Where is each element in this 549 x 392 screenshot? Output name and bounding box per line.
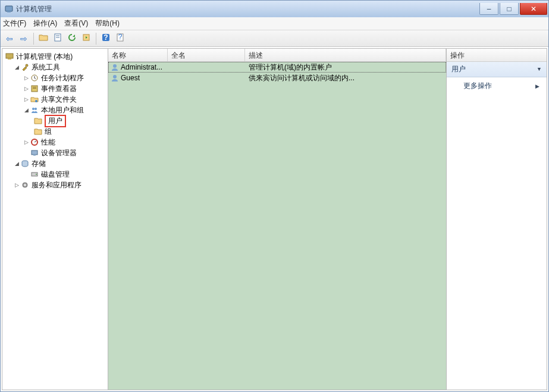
- menu-action[interactable]: 操作(A): [33, 18, 57, 29]
- tree-event-viewer[interactable]: ▷ 事件查看器: [2, 83, 108, 94]
- properties-icon: [54, 33, 62, 43]
- tools-icon: [20, 63, 30, 71]
- tree-panel[interactable]: 计算机管理 (本地) ◢ 系统工具 ▷ 任务计划程序 ▷ 事件查看器 ▷ 共享文…: [2, 49, 108, 390]
- svg-point-21: [34, 108, 37, 110]
- column-header-description[interactable]: 描述: [245, 49, 446, 61]
- folder-icon: [33, 127, 43, 136]
- svg-point-19: [35, 100, 37, 102]
- refresh-icon: [68, 33, 76, 43]
- svg-text:?: ?: [118, 33, 123, 41]
- menu-help[interactable]: 帮助(H): [95, 18, 120, 29]
- window-controls: – □ ✕: [478, 3, 547, 15]
- tree-label: 本地用户和组: [41, 105, 84, 115]
- svg-rect-0: [5, 6, 12, 11]
- expand-icon[interactable]: ▷: [23, 75, 30, 81]
- forward-button[interactable]: ⇨: [17, 32, 30, 45]
- maximize-button[interactable]: □: [500, 3, 519, 15]
- svg-rect-11: [8, 58, 11, 59]
- list-header: 名称 全名 描述: [108, 49, 446, 62]
- tree-system-tools[interactable]: ◢ 系统工具: [2, 62, 108, 73]
- toolbar-separator: [33, 33, 34, 45]
- performance-icon: [30, 138, 39, 146]
- services-icon: [20, 181, 30, 189]
- export-icon: [82, 33, 90, 43]
- back-button[interactable]: ⇦: [3, 32, 16, 45]
- svg-text:?: ?: [103, 33, 108, 42]
- tree-storage[interactable]: ◢ 存储: [2, 158, 108, 169]
- properties-button[interactable]: [51, 32, 64, 45]
- app-icon: [4, 4, 14, 14]
- actions-more[interactable]: 更多操作 ▶: [447, 77, 547, 95]
- computer-mgmt-icon: [5, 52, 14, 61]
- list-row[interactable]: Administrat... 管理计算机(域)的内置帐户: [108, 62, 446, 73]
- svg-point-20: [32, 108, 34, 110]
- tree-label: 事件查看器: [41, 84, 77, 94]
- tree-label: 计算机管理 (本地): [16, 52, 73, 62]
- cell-name: Guest: [121, 74, 140, 82]
- expand-icon[interactable]: ▷: [23, 86, 30, 92]
- actions-panel: 操作 用户 ▲ 更多操作 ▶: [447, 49, 547, 390]
- collapse-icon[interactable]: ◢: [23, 107, 30, 113]
- tree-label: 存储: [32, 159, 46, 169]
- tree-root[interactable]: 计算机管理 (本地): [2, 51, 108, 62]
- tree-local-users-groups[interactable]: ◢ 本地用户和组: [2, 105, 108, 115]
- column-header-fullname[interactable]: 全名: [168, 49, 245, 61]
- help-topics-icon: ?: [116, 33, 124, 43]
- collapse-icon[interactable]: ◢: [13, 161, 20, 167]
- actions-header: 操作: [447, 49, 547, 62]
- tree-performance[interactable]: ▷ 性能: [2, 137, 108, 148]
- toolbar-separator: [96, 33, 96, 45]
- tree-users[interactable]: 用户: [2, 115, 108, 126]
- expand-icon[interactable]: ▷: [23, 96, 30, 102]
- tree-label: 磁盘管理: [41, 170, 70, 180]
- column-header-name[interactable]: 名称: [108, 49, 168, 61]
- list-panel: 名称 全名 描述 Administrat... 管理计算机(域)的内置帐户 G: [108, 49, 447, 390]
- chevron-right-icon: ▶: [535, 83, 539, 89]
- close-button[interactable]: ✕: [520, 3, 547, 15]
- tree-groups[interactable]: 组: [2, 126, 108, 137]
- help-button[interactable]: ?: [99, 32, 112, 45]
- minimize-button[interactable]: –: [479, 3, 498, 15]
- window-title: 计算机管理: [16, 4, 478, 14]
- tree-device-manager[interactable]: 设备管理器: [2, 148, 108, 158]
- collapse-up-icon: ▲: [537, 67, 542, 73]
- event-icon: [30, 84, 39, 93]
- tree-label: 系统工具: [32, 62, 60, 73]
- user-icon: [111, 74, 119, 82]
- actions-more-label: 更多操作: [463, 81, 492, 91]
- menu-view[interactable]: 查看(V): [64, 18, 88, 29]
- svg-rect-18: [33, 88, 36, 89]
- list-rows[interactable]: Administrat... 管理计算机(域)的内置帐户 Guest 供来宾访问…: [108, 62, 446, 390]
- disk-icon: [30, 170, 39, 178]
- tree-services-apps[interactable]: ▷ 服务和应用程序: [2, 180, 108, 190]
- titlebar[interactable]: 计算机管理 – □ ✕: [1, 1, 548, 17]
- folder-icon: [39, 33, 48, 43]
- svg-point-32: [113, 75, 117, 79]
- collapse-icon[interactable]: ◢: [13, 64, 20, 70]
- help-icon: ?: [102, 33, 110, 43]
- tree-label: 用户: [45, 115, 66, 127]
- tree-label: 设备管理器: [41, 148, 77, 158]
- tree-disk-management[interactable]: 磁盘管理: [2, 169, 108, 180]
- actions-group-label: 用户: [451, 64, 466, 74]
- tree-label: 组: [45, 127, 52, 137]
- list-row[interactable]: Guest 供来宾访问计算机或访问域的内...: [108, 73, 446, 83]
- expand-icon[interactable]: ▷: [23, 139, 30, 145]
- tree-shared-folders[interactable]: ▷ 共享文件夹: [2, 94, 108, 105]
- expand-icon[interactable]: ▷: [13, 182, 20, 188]
- svg-rect-24: [32, 150, 37, 155]
- users-groups-icon: [30, 106, 39, 114]
- folder-icon: [33, 117, 43, 125]
- help-topics-button[interactable]: ?: [114, 32, 127, 45]
- svg-rect-17: [33, 87, 36, 87]
- tree-label: 共享文件夹: [41, 95, 77, 105]
- tree-task-scheduler[interactable]: ▷ 任务计划程序: [2, 73, 108, 83]
- refresh-button[interactable]: [65, 32, 79, 45]
- mmc-window: 计算机管理 – □ ✕ 文件(F) 操作(A) 查看(V) 帮助(H) ⇦ ⇨ …: [0, 0, 549, 392]
- up-folder-button[interactable]: [37, 32, 50, 45]
- export-button[interactable]: [80, 32, 93, 45]
- cell-description: 管理计算机(域)的内置帐户: [245, 62, 446, 73]
- menu-file[interactable]: 文件(F): [3, 18, 26, 29]
- device-icon: [30, 149, 39, 157]
- actions-group-users[interactable]: 用户 ▲: [447, 62, 547, 77]
